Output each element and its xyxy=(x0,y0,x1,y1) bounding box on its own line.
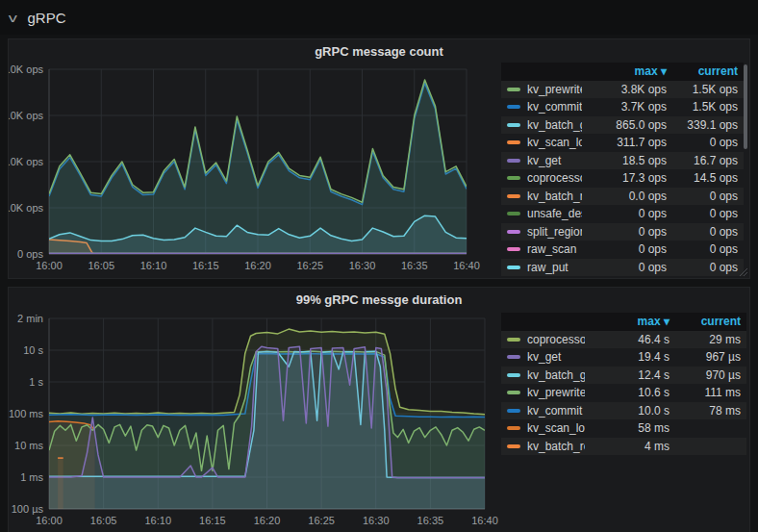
legend-series-name[interactable]: unsafe_destroy_range xyxy=(527,205,582,223)
legend-row: kv_scan_lock58 ms xyxy=(501,419,746,438)
legend-max-value: 3.8K ops xyxy=(582,81,667,99)
series-color-swatch[interactable] xyxy=(507,373,520,377)
series-color-swatch[interactable] xyxy=(507,123,520,127)
legend-series-name[interactable]: split_region xyxy=(527,223,582,241)
legend-max-value: 18.5 ops xyxy=(582,152,667,170)
series-color-swatch[interactable] xyxy=(507,391,520,394)
legend-series-name[interactable]: kv_prewrite xyxy=(527,81,582,99)
series-color-swatch[interactable] xyxy=(507,355,520,359)
legend-current-value: 0 ops xyxy=(667,223,744,241)
legend-max-value: 0 ops xyxy=(582,259,667,277)
x-axis-tick-label: 16:35 xyxy=(401,260,428,271)
x-axis-tick-label: 16:40 xyxy=(453,260,480,271)
legend-current-value: 29 ms xyxy=(670,331,746,349)
legend-series-name[interactable]: kv_prewrite xyxy=(527,384,585,402)
legend-max-value: 17.3 ops xyxy=(582,169,667,188)
legend-row: kv_prewrite3.8K ops1.5K ops xyxy=(501,81,744,99)
series-color-swatch[interactable] xyxy=(507,426,520,430)
chevron-down-icon[interactable]: v xyxy=(9,11,17,25)
legend-row: kv_batch_rollback0.0 ops0 ops xyxy=(501,188,744,206)
series-color-swatch[interactable] xyxy=(507,176,520,180)
legend-max-value: 4 ms xyxy=(585,438,670,456)
y-axis-tick-label: 100 ms xyxy=(9,408,43,419)
x-axis-tick-label: 16:25 xyxy=(308,515,335,526)
dashboard-row-header[interactable]: v gRPC xyxy=(0,0,758,35)
y-axis-tick-label: 0 ops xyxy=(17,248,43,260)
legend-current-value: 16.7 ops xyxy=(667,152,744,170)
legend-header-current[interactable]: current xyxy=(667,63,744,81)
legend-max-value: 865.0 ops xyxy=(582,116,667,135)
legend-series-name[interactable]: coprocessor xyxy=(527,331,585,349)
legend-series-name[interactable]: coprocessor xyxy=(527,169,582,188)
legend-row: kv_scan_lock311.7 ops0 ops xyxy=(501,134,744,152)
legend-series-name[interactable]: raw_scan xyxy=(527,241,582,259)
series-color-swatch[interactable] xyxy=(507,88,520,91)
legend-series-name[interactable]: kv_scan_lock xyxy=(527,134,582,152)
y-axis-tick-label: 1 ms xyxy=(20,471,43,483)
legend-max-value: 311.7 ops xyxy=(582,134,667,152)
legend-header-current[interactable]: current xyxy=(670,313,746,331)
series-color-swatch[interactable] xyxy=(507,444,520,448)
series-color-swatch[interactable] xyxy=(507,338,520,342)
series-color-swatch[interactable] xyxy=(507,159,520,163)
legend-current-value: 78 ms xyxy=(670,402,746,420)
legend-series-name[interactable]: kv_batch_rollback xyxy=(527,188,582,206)
legend-scrollbar[interactable] xyxy=(744,64,747,149)
legend-row: kv_batch_rollback4 ms xyxy=(501,438,746,456)
legend-series-name[interactable]: kv_commit xyxy=(527,98,582,116)
series-color-swatch[interactable] xyxy=(507,105,520,109)
x-axis-tick-label: 16:15 xyxy=(192,260,219,271)
legend-series-name[interactable]: raw_put xyxy=(527,259,582,277)
y-axis-tick-label: 2 min xyxy=(17,313,43,324)
row-title[interactable]: gRPC xyxy=(28,10,66,26)
series-color-swatch[interactable] xyxy=(507,409,520,413)
legend-current-value: 111 ms xyxy=(670,384,746,402)
legend-header-max[interactable]: max ▾ xyxy=(582,63,667,81)
legend-max-value: 0 ops xyxy=(582,223,667,241)
legend-current-value: 0 ops xyxy=(667,188,744,206)
series-color-swatch[interactable] xyxy=(507,212,520,215)
legend-series-name[interactable]: kv_batch_get xyxy=(527,367,585,385)
series-color-swatch[interactable] xyxy=(507,247,520,251)
panel-grpc-message-count: gRPC message count 4.0K ops3.0K ops2.0K … xyxy=(8,38,750,279)
x-axis-tick-label: 16:30 xyxy=(363,515,390,526)
legend-max-value: 46.4 s xyxy=(585,331,670,349)
legend-row: coprocessor46.4 s29 ms xyxy=(501,331,746,349)
legend-row: raw_scan0 ops0 ops xyxy=(501,241,744,259)
x-axis-tick-label: 16:05 xyxy=(88,260,114,271)
legend-header-row: max ▾current xyxy=(501,313,746,331)
y-axis-tick-label: 10 ms xyxy=(14,440,43,451)
x-axis-tick-label: 16:15 xyxy=(199,515,226,526)
legend-series-name[interactable]: kv_get xyxy=(527,348,585,367)
x-axis-tick-label: 16:05 xyxy=(90,515,117,526)
x-axis-tick-label: 16:40 xyxy=(471,515,498,526)
legend-row: split_region0 ops0 ops xyxy=(501,223,744,241)
legend-series-name[interactable]: kv_get xyxy=(527,152,582,170)
legend-row: kv_batch_get12.4 s970 µs xyxy=(501,367,746,385)
legend-series-name[interactable]: kv_batch_rollback xyxy=(527,438,585,456)
series-color-swatch[interactable] xyxy=(507,140,520,144)
x-axis-tick-label: 16:00 xyxy=(36,515,63,526)
panel-grpc-message-duration: 99% gRPC messge duration 2 min10 s1 s100… xyxy=(8,287,750,532)
legend-max-value: 10.6 s xyxy=(585,384,670,402)
series-color-swatch[interactable] xyxy=(507,230,520,234)
x-axis-tick-label: 16:00 xyxy=(36,260,63,271)
legend-series-name[interactable]: kv_scan_lock xyxy=(527,419,585,438)
legend-series-name[interactable]: kv_commit xyxy=(527,402,585,420)
x-axis-tick-label: 16:30 xyxy=(349,260,376,271)
y-axis-tick-label: 3.0K ops xyxy=(9,110,43,121)
x-axis-tick-label: 16:10 xyxy=(140,260,167,271)
legend-current-value: 14.5 ops xyxy=(667,169,744,188)
spacer xyxy=(507,69,520,73)
legend-max-value: 0 ops xyxy=(582,205,667,223)
legend-max-value: 19.4 s xyxy=(585,348,670,367)
x-axis-tick-label: 16:35 xyxy=(417,515,444,526)
series-color-swatch[interactable] xyxy=(507,194,520,198)
legend-max-value: 0 ops xyxy=(582,241,667,259)
grafana-dashboard: v gRPC gRPC message count 4.0K ops3.0K o… xyxy=(0,0,758,532)
legend-max-value: 12.4 s xyxy=(585,367,670,385)
legend-header-max[interactable]: max ▾ xyxy=(585,313,670,331)
series-color-swatch[interactable] xyxy=(507,266,520,269)
legend-row: coprocessor17.3 ops14.5 ops xyxy=(501,169,744,188)
legend-series-name[interactable]: kv_batch_get xyxy=(527,116,582,135)
